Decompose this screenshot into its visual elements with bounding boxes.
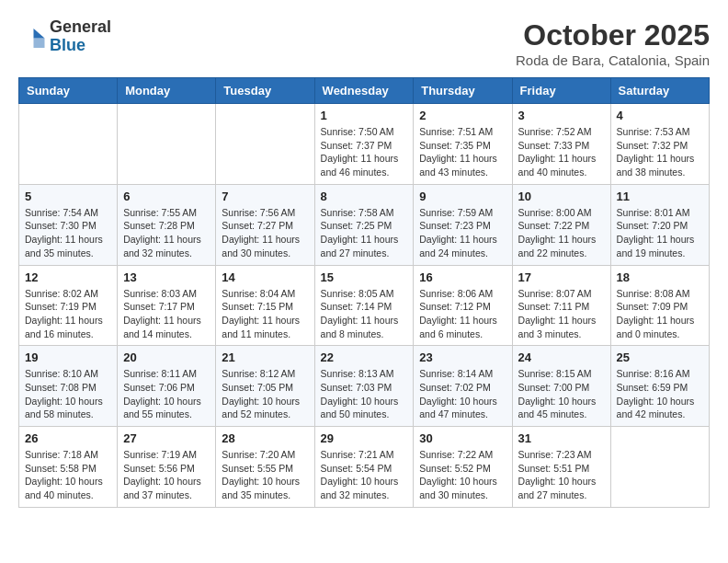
- week-row-3: 12Sunrise: 8:02 AM Sunset: 7:19 PM Dayli…: [19, 265, 710, 346]
- day-cell: 27Sunrise: 7:19 AM Sunset: 5:56 PM Dayli…: [118, 427, 216, 508]
- day-number: 21: [222, 350, 308, 364]
- day-info: Sunrise: 7:59 AM Sunset: 7:23 PM Dayligh…: [419, 206, 506, 260]
- day-info: Sunrise: 8:05 AM Sunset: 7:14 PM Dayligh…: [321, 287, 408, 341]
- day-cell: 2Sunrise: 7:51 AM Sunset: 7:35 PM Daylig…: [414, 104, 512, 185]
- weekday-header-row: SundayMondayTuesdayWednesdayThursdayFrid…: [19, 78, 710, 104]
- day-cell: [118, 104, 216, 185]
- day-info: Sunrise: 7:20 AM Sunset: 5:55 PM Dayligh…: [222, 448, 308, 502]
- day-cell: 10Sunrise: 8:00 AM Sunset: 7:22 PM Dayli…: [512, 184, 610, 265]
- day-info: Sunrise: 8:02 AM Sunset: 7:19 PM Dayligh…: [25, 287, 111, 341]
- day-number: 30: [419, 431, 506, 445]
- day-number: 10: [518, 190, 605, 203]
- day-info: Sunrise: 7:51 AM Sunset: 7:35 PM Dayligh…: [419, 125, 506, 179]
- week-row-1: 1Sunrise: 7:50 AM Sunset: 7:37 PM Daylig…: [19, 104, 710, 185]
- weekday-header-thursday: Thursday: [414, 78, 512, 104]
- day-cell: 28Sunrise: 7:20 AM Sunset: 5:55 PM Dayli…: [216, 427, 314, 508]
- day-cell: 8Sunrise: 7:58 AM Sunset: 7:25 PM Daylig…: [314, 184, 414, 265]
- day-info: Sunrise: 8:10 AM Sunset: 7:08 PM Dayligh…: [25, 367, 111, 421]
- day-cell: 26Sunrise: 7:18 AM Sunset: 5:58 PM Dayli…: [19, 427, 118, 508]
- logo-icon: [18, 23, 46, 51]
- day-number: 27: [123, 431, 210, 445]
- day-info: Sunrise: 8:00 AM Sunset: 7:22 PM Dayligh…: [518, 206, 605, 260]
- day-cell: 6Sunrise: 7:55 AM Sunset: 7:28 PM Daylig…: [118, 184, 216, 265]
- day-number: 3: [518, 109, 605, 122]
- logo-blue-text: Blue: [50, 37, 111, 55]
- day-info: Sunrise: 8:06 AM Sunset: 7:12 PM Dayligh…: [419, 287, 506, 341]
- day-cell: [216, 104, 314, 185]
- title-block: October 2025 Roda de Bara, Catalonia, Sp…: [516, 18, 710, 68]
- day-number: 15: [321, 270, 408, 284]
- weekday-header-sunday: Sunday: [19, 78, 118, 104]
- day-info: Sunrise: 8:16 AM Sunset: 6:59 PM Dayligh…: [617, 367, 703, 421]
- svg-marker-0: [34, 29, 45, 39]
- svg-marker-1: [34, 38, 45, 48]
- weekday-header-monday: Monday: [118, 78, 216, 104]
- day-number: 6: [123, 190, 210, 203]
- week-row-4: 19Sunrise: 8:10 AM Sunset: 7:08 PM Dayli…: [19, 346, 710, 427]
- day-number: 12: [25, 270, 111, 284]
- logo: General Blue: [18, 18, 111, 55]
- day-info: Sunrise: 8:03 AM Sunset: 7:17 PM Dayligh…: [123, 287, 210, 341]
- day-number: 22: [321, 350, 408, 364]
- day-number: 29: [321, 431, 408, 445]
- day-info: Sunrise: 8:14 AM Sunset: 7:02 PM Dayligh…: [419, 367, 506, 421]
- day-info: Sunrise: 7:23 AM Sunset: 5:51 PM Dayligh…: [518, 448, 605, 502]
- day-info: Sunrise: 8:11 AM Sunset: 7:06 PM Dayligh…: [123, 367, 210, 421]
- day-number: 28: [222, 431, 308, 445]
- day-cell: [19, 104, 118, 185]
- day-cell: 16Sunrise: 8:06 AM Sunset: 7:12 PM Dayli…: [414, 265, 512, 346]
- day-info: Sunrise: 7:52 AM Sunset: 7:33 PM Dayligh…: [518, 125, 605, 179]
- day-number: 16: [419, 270, 506, 284]
- day-cell: 14Sunrise: 8:04 AM Sunset: 7:15 PM Dayli…: [216, 265, 314, 346]
- day-info: Sunrise: 7:54 AM Sunset: 7:30 PM Dayligh…: [25, 206, 111, 260]
- day-number: 25: [617, 350, 703, 364]
- day-cell: 19Sunrise: 8:10 AM Sunset: 7:08 PM Dayli…: [19, 346, 118, 427]
- weekday-header-tuesday: Tuesday: [216, 78, 314, 104]
- day-cell: 30Sunrise: 7:22 AM Sunset: 5:52 PM Dayli…: [414, 427, 512, 508]
- day-number: 8: [321, 190, 408, 203]
- day-cell: 9Sunrise: 7:59 AM Sunset: 7:23 PM Daylig…: [414, 184, 512, 265]
- day-info: Sunrise: 8:07 AM Sunset: 7:11 PM Dayligh…: [518, 287, 605, 341]
- day-info: Sunrise: 8:13 AM Sunset: 7:03 PM Dayligh…: [321, 367, 408, 421]
- day-info: Sunrise: 8:15 AM Sunset: 7:00 PM Dayligh…: [518, 367, 605, 421]
- day-info: Sunrise: 7:21 AM Sunset: 5:54 PM Dayligh…: [321, 448, 408, 502]
- day-cell: 3Sunrise: 7:52 AM Sunset: 7:33 PM Daylig…: [512, 104, 610, 185]
- day-info: Sunrise: 8:12 AM Sunset: 7:05 PM Dayligh…: [222, 367, 308, 421]
- day-number: 24: [518, 350, 605, 364]
- day-cell: 7Sunrise: 7:56 AM Sunset: 7:27 PM Daylig…: [216, 184, 314, 265]
- day-number: 2: [419, 109, 506, 122]
- day-cell: 22Sunrise: 8:13 AM Sunset: 7:03 PM Dayli…: [314, 346, 414, 427]
- day-cell: 24Sunrise: 8:15 AM Sunset: 7:00 PM Dayli…: [512, 346, 610, 427]
- day-cell: 15Sunrise: 8:05 AM Sunset: 7:14 PM Dayli…: [314, 265, 414, 346]
- day-info: Sunrise: 7:53 AM Sunset: 7:32 PM Dayligh…: [617, 125, 703, 179]
- day-cell: 20Sunrise: 8:11 AM Sunset: 7:06 PM Dayli…: [118, 346, 216, 427]
- day-info: Sunrise: 7:18 AM Sunset: 5:58 PM Dayligh…: [25, 448, 111, 502]
- weekday-header-friday: Friday: [512, 78, 610, 104]
- day-info: Sunrise: 7:50 AM Sunset: 7:37 PM Dayligh…: [321, 125, 408, 179]
- day-number: 26: [25, 431, 111, 445]
- day-number: 14: [222, 270, 308, 284]
- day-number: 17: [518, 270, 605, 284]
- day-cell: 31Sunrise: 7:23 AM Sunset: 5:51 PM Dayli…: [512, 427, 610, 508]
- day-cell: 23Sunrise: 8:14 AM Sunset: 7:02 PM Dayli…: [414, 346, 512, 427]
- day-cell: 17Sunrise: 8:07 AM Sunset: 7:11 PM Dayli…: [512, 265, 610, 346]
- day-number: 31: [518, 431, 605, 445]
- week-row-2: 5Sunrise: 7:54 AM Sunset: 7:30 PM Daylig…: [19, 184, 710, 265]
- day-number: 7: [222, 190, 308, 203]
- day-info: Sunrise: 7:22 AM Sunset: 5:52 PM Dayligh…: [419, 448, 506, 502]
- day-number: 5: [25, 190, 111, 203]
- page-header: General Blue October 2025 Roda de Bara, …: [18, 18, 710, 68]
- day-info: Sunrise: 7:55 AM Sunset: 7:28 PM Dayligh…: [123, 206, 210, 260]
- weekday-header-wednesday: Wednesday: [314, 78, 414, 104]
- day-info: Sunrise: 7:56 AM Sunset: 7:27 PM Dayligh…: [222, 206, 308, 260]
- day-cell: 1Sunrise: 7:50 AM Sunset: 7:37 PM Daylig…: [314, 104, 414, 185]
- month-title: October 2025: [516, 18, 710, 52]
- day-cell: 18Sunrise: 8:08 AM Sunset: 7:09 PM Dayli…: [610, 265, 709, 346]
- day-number: 23: [419, 350, 506, 364]
- day-cell: 25Sunrise: 8:16 AM Sunset: 6:59 PM Dayli…: [610, 346, 709, 427]
- day-cell: 21Sunrise: 8:12 AM Sunset: 7:05 PM Dayli…: [216, 346, 314, 427]
- day-info: Sunrise: 8:08 AM Sunset: 7:09 PM Dayligh…: [617, 287, 703, 341]
- day-info: Sunrise: 7:19 AM Sunset: 5:56 PM Dayligh…: [123, 448, 210, 502]
- day-cell: 13Sunrise: 8:03 AM Sunset: 7:17 PM Dayli…: [118, 265, 216, 346]
- day-cell: 29Sunrise: 7:21 AM Sunset: 5:54 PM Dayli…: [314, 427, 414, 508]
